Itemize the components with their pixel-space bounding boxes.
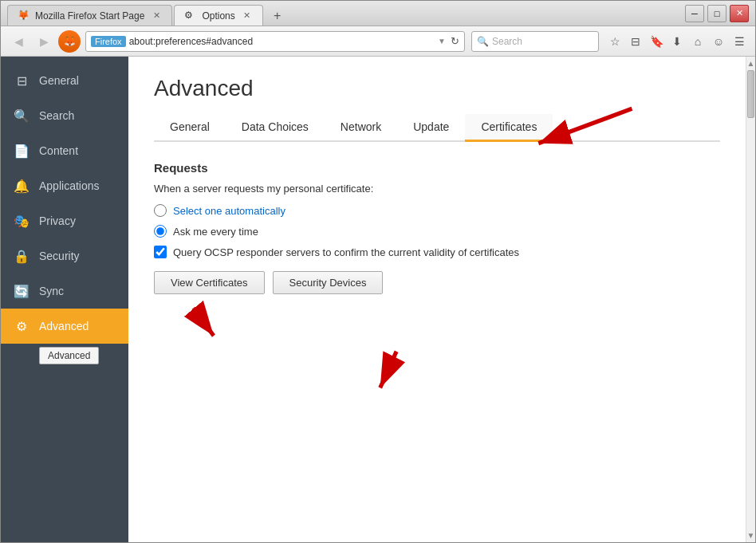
sidebar-privacy-label: Privacy (39, 214, 76, 227)
options-tab-icon: ⚙ (184, 10, 197, 22)
sync-icon: 🔄 (14, 283, 30, 299)
requests-section: Requests When a server requests my perso… (154, 161, 720, 294)
back-button[interactable]: ◀ (7, 31, 30, 52)
security-devices-button[interactable]: Security Devices (273, 271, 384, 294)
security-icon: 🔒 (14, 248, 30, 264)
svg-line-4 (193, 308, 213, 336)
radio-auto-label: Select one automatically (173, 205, 285, 217)
sidebar-item-content[interactable]: 📄 Content (1, 133, 128, 168)
scroll-track (746, 70, 755, 529)
radio-ask-label: Ask me every time (173, 226, 258, 238)
tab-certificates[interactable]: Certificates (465, 114, 553, 142)
forward-button[interactable]: ▶ (33, 31, 55, 52)
scroll-down-button[interactable]: ▼ (745, 529, 755, 542)
sidebar-item-general[interactable]: ⊟ General (1, 63, 128, 98)
radio-ask-option: Ask me every time (154, 225, 720, 238)
select-auto-link[interactable]: Select one automatically (173, 205, 285, 217)
sidebar-security-label: Security (39, 250, 80, 262)
tab-options[interactable]: ⚙ Options ✕ (174, 5, 262, 26)
sidebar: ⊟ General 🔍 Search 📄 Content 🔔 Applicati… (1, 57, 128, 542)
pocket-icon[interactable]: 🔖 (647, 32, 666, 51)
address-bar[interactable]: Firefox about:preferences#advanced ▼ ↻ (85, 31, 465, 52)
radio-auto-input[interactable] (154, 204, 167, 217)
tab-network[interactable]: Network (325, 114, 397, 142)
tab-firefox-start[interactable]: 🦊 Mozilla Firefox Start Page ✕ (7, 5, 172, 26)
content-area: Advanced General Data Choices Network Up… (128, 57, 746, 542)
privacy-icon: 🎭 (14, 213, 30, 229)
sidebar-item-sync[interactable]: 🔄 Sync (1, 273, 128, 309)
download-icon[interactable]: ⬇ (667, 32, 687, 51)
sidebar-applications-label: Applications (39, 179, 100, 192)
sidebar-content-label: Content (39, 144, 78, 157)
advanced-sub-button[interactable]: Advanced (39, 347, 99, 364)
search-icon: 🔍 (14, 108, 30, 124)
bookmark-list-icon[interactable]: ⊟ (626, 32, 645, 51)
sidebar-item-privacy[interactable]: 🎭 Privacy (1, 203, 128, 238)
sidebar-search-label: Search (39, 109, 74, 122)
search-bar[interactable]: 🔍 Search (471, 31, 599, 52)
sidebar-item-advanced[interactable]: ⚙ Advanced (1, 309, 128, 344)
advanced-tabs: General Data Choices Network Update Cert… (154, 114, 720, 142)
tab-label: Mozilla Firefox Start Page (35, 10, 144, 22)
sidebar-item-search[interactable]: 🔍 Search (1, 98, 128, 133)
ocsp-checkbox-option: Query OCSP responder servers to confirm … (154, 246, 720, 258)
sidebar-sync-label: Sync (39, 285, 64, 297)
requests-description: When a server requests my personal certi… (154, 183, 720, 195)
svg-line-5 (380, 352, 396, 388)
close-button[interactable]: ✕ (730, 5, 749, 22)
search-bar-icon: 🔍 (477, 36, 489, 47)
content-icon: 📄 (14, 143, 30, 159)
window-controls: ─ □ ✕ (685, 5, 749, 22)
refresh-button[interactable]: ↻ (451, 35, 459, 47)
minimize-button[interactable]: ─ (685, 5, 704, 22)
radio-ask-input[interactable] (154, 225, 167, 238)
page-title: Advanced (154, 76, 720, 101)
tab-update[interactable]: Update (397, 114, 465, 142)
address-url: about:preferences#advanced (129, 36, 435, 47)
scroll-thumb[interactable] (747, 70, 754, 118)
menu-icon[interactable]: ☰ (730, 32, 749, 51)
bookmark-star-icon[interactable]: ☆ (605, 32, 624, 51)
firefox-menu-button[interactable]: 🦊 (58, 30, 81, 53)
title-bar: 🦊 Mozilla Firefox Start Page ✕ ⚙ Options… (1, 1, 755, 26)
search-placeholder: Search (492, 36, 522, 47)
sidebar-item-security[interactable]: 🔒 Security (1, 238, 128, 273)
view-certificates-button[interactable]: View Certificates (154, 271, 265, 294)
firefox-label[interactable]: Firefox (91, 36, 126, 47)
sidebar-item-applications[interactable]: 🔔 Applications (1, 168, 128, 203)
emoji-icon[interactable]: ☺ (709, 32, 728, 51)
sidebar-advanced-label: Advanced (39, 320, 89, 332)
certificate-buttons-row: View Certificates Security Devices (154, 271, 720, 294)
ocsp-checkbox-label: Query OCSP responder servers to confirm … (173, 246, 519, 258)
tab-bar: 🦊 Mozilla Firefox Start Page ✕ ⚙ Options… (7, 1, 685, 26)
main-area: ⊟ General 🔍 Search 📄 Content 🔔 Applicati… (1, 57, 755, 542)
scrollbar[interactable]: ▲ ▼ (746, 57, 755, 542)
tab-options-close-button[interactable]: ✕ (242, 10, 253, 22)
maximize-button[interactable]: □ (707, 5, 726, 22)
sidebar-sub-section: Advanced (1, 344, 128, 371)
navigation-bar: ◀ ▶ 🦊 Firefox about:preferences#advanced… (1, 26, 755, 57)
requests-title: Requests (154, 161, 720, 175)
scroll-up-button[interactable]: ▲ (745, 57, 755, 70)
radio-auto-option: Select one automatically (154, 204, 720, 217)
sidebar-general-label: General (39, 74, 79, 87)
tab-close-button[interactable]: ✕ (151, 10, 162, 22)
home-icon[interactable]: ⌂ (688, 32, 707, 51)
tab-data-choices[interactable]: Data Choices (226, 114, 325, 142)
browser-window: 🦊 Mozilla Firefox Start Page ✕ ⚙ Options… (0, 0, 756, 543)
content-inner: Advanced General Data Choices Network Up… (128, 57, 746, 542)
nav-icons-group: ☆ ⊟ 🔖 ⬇ ⌂ ☺ ☰ (605, 32, 749, 51)
ocsp-checkbox-input[interactable] (154, 246, 167, 258)
advanced-icon: ⚙ (14, 318, 30, 334)
tab-options-label: Options (202, 10, 234, 22)
applications-icon: 🔔 (14, 178, 30, 194)
address-dropdown-icon[interactable]: ▼ (438, 37, 446, 45)
general-icon: ⊟ (14, 73, 30, 89)
tab-general[interactable]: General (154, 114, 226, 142)
firefox-tab-icon: 🦊 (18, 10, 30, 22)
new-tab-button[interactable]: + (268, 6, 287, 26)
